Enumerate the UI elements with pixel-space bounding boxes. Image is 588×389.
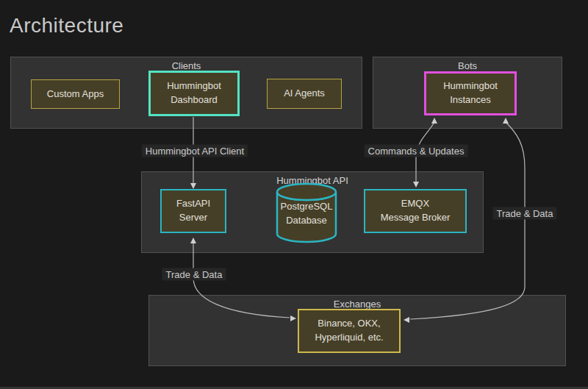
group-hummingbot-api-label: Hummingbot API xyxy=(142,175,483,186)
node-exchanges-list: Binance, OKX,Hyperliquid, etc. xyxy=(298,309,401,353)
group-bots-label: Bots xyxy=(373,60,562,71)
node-custom-apps-label: Custom Apps xyxy=(47,88,104,101)
node-hummingbot-instances: HummingbotInstances xyxy=(424,71,517,115)
node-hummingbot-dashboard: HummingbotDashboard xyxy=(148,71,240,116)
edge-label-trade-data-right: Trade & Data xyxy=(493,207,557,220)
node-hummingbot-instances-label: HummingbotInstances xyxy=(443,79,498,107)
node-fastapi-server: FastAPIServer xyxy=(160,189,226,233)
node-exchanges-list-label: Binance, OKX,Hyperliquid, etc. xyxy=(315,317,383,345)
node-fastapi-server-label: FastAPIServer xyxy=(176,197,210,225)
node-ai-agents-label: AI Agents xyxy=(284,87,325,101)
edge-label-commands-updates: Commands & Updates xyxy=(365,145,468,157)
node-emqx-message-broker-label: EMQXMessage Broker xyxy=(381,197,451,225)
edge-label-trade-data-left: Trade & Data xyxy=(162,268,226,281)
node-emqx-message-broker: EMQXMessage Broker xyxy=(364,189,467,233)
group-clients-label: Clients xyxy=(11,60,362,71)
node-postgresql-database-label: PostgreSQLDatabase xyxy=(281,201,333,226)
node-custom-apps: Custom Apps xyxy=(31,79,120,109)
node-postgresql-database: PostgreSQLDatabase xyxy=(277,200,336,228)
edge-label-hummingbot-api-client: Hummingbot API Client xyxy=(142,145,248,157)
node-ai-agents: AI Agents xyxy=(267,79,342,109)
group-exchanges-label: Exchanges xyxy=(149,299,565,310)
node-hummingbot-dashboard-label: HummingbotDashboard xyxy=(167,79,221,107)
architecture-diagram: Architecture Clients Bots Hummingbot API… xyxy=(0,0,588,389)
page-title: Architecture xyxy=(10,14,123,38)
